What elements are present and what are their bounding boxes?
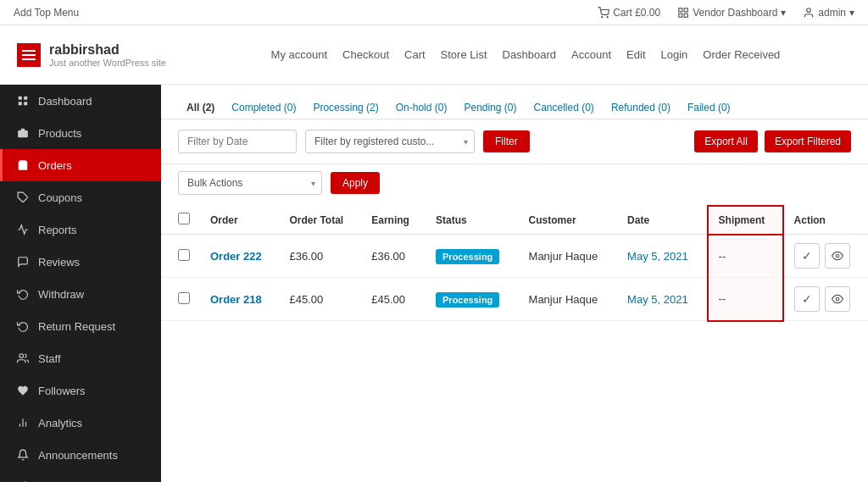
confirm-button[interactable]: ✓: [794, 243, 820, 269]
orders-table: Order Order Total Earning Status Custome…: [161, 205, 868, 322]
nav-edit[interactable]: Edit: [626, 48, 645, 61]
status-badge: Processing: [436, 249, 499, 264]
export-all-button[interactable]: Export All: [694, 130, 758, 152]
nav-cart[interactable]: Cart: [404, 48, 426, 61]
sidebar-item-orders[interactable]: Orders: [0, 149, 161, 181]
site-tagline: Just another WordPress site: [49, 58, 166, 68]
svg-point-21: [836, 297, 839, 301]
sidebar: Dashboard Products Orders Coupons Report…: [0, 85, 161, 482]
tab-all[interactable]: All (2): [178, 97, 223, 119]
tab-failed[interactable]: Failed (0): [679, 97, 739, 119]
filter-by-date-input[interactable]: [178, 130, 297, 153]
announcements-icon: [16, 448, 30, 462]
order-link[interactable]: Order 222: [210, 250, 262, 263]
filter-by-customer-wrap: Filter by registered custo... ▾: [305, 130, 475, 153]
view-button[interactable]: [825, 243, 850, 269]
sidebar-item-announcements[interactable]: Announcements: [0, 439, 161, 471]
col-customer: Customer: [519, 206, 618, 235]
logo-text: rabbirshad Just another WordPress site: [49, 42, 166, 68]
table-row: Order 218 £45.00 £45.00 Processing Manju…: [161, 278, 868, 321]
sidebar-item-withdraw[interactable]: Withdraw: [0, 278, 161, 310]
col-checkbox: [161, 206, 200, 235]
confirm-button[interactable]: ✓: [794, 286, 820, 312]
sidebar-item-staff[interactable]: Staff: [0, 342, 161, 374]
date-link[interactable]: May 5, 2021: [627, 250, 688, 263]
site-nav: My account Checkout Cart Store List Dash…: [200, 48, 851, 61]
sidebar-item-reports[interactable]: Reports: [0, 213, 161, 246]
order-tabs: All (2) Completed (0) Processing (2) On-…: [161, 85, 868, 119]
admin-link[interactable]: admin ▾: [803, 7, 854, 19]
row-action: ✓: [783, 278, 868, 321]
sidebar-item-products[interactable]: Products: [0, 117, 161, 149]
withdraw-icon: [16, 287, 30, 301]
site-name: rabbirshad: [49, 42, 166, 58]
bulk-actions-select[interactable]: Bulk Actions: [178, 171, 322, 195]
add-top-menu[interactable]: Add Top Menu: [14, 7, 79, 19]
sidebar-item-followers[interactable]: Followers: [0, 374, 161, 407]
menu-toggle-icon[interactable]: [17, 43, 41, 67]
vendor-dashboard-link[interactable]: Vendor Dashboard ▾: [677, 7, 786, 19]
main-content: All (2) Completed (0) Processing (2) On-…: [161, 85, 868, 482]
svg-point-6: [807, 8, 811, 12]
nav-my-account[interactable]: My account: [271, 48, 327, 61]
row-action: ✓: [783, 235, 868, 278]
svg-rect-2: [679, 8, 682, 11]
nav-store-list[interactable]: Store List: [441, 48, 487, 61]
row-status: Processing: [426, 278, 519, 321]
svg-point-0: [602, 16, 603, 17]
svg-point-1: [607, 16, 608, 17]
nav-order-received[interactable]: Order Received: [703, 48, 780, 61]
sidebar-label: Followers: [38, 385, 86, 397]
followers-icon: [16, 384, 30, 397]
action-buttons: ✓: [794, 243, 858, 269]
apply-button[interactable]: Apply: [331, 172, 380, 194]
tab-processing[interactable]: Processing (2): [304, 97, 387, 119]
col-earning: Earning: [361, 206, 426, 235]
staff-icon: [16, 352, 30, 365]
return-request-icon: [16, 319, 30, 333]
sidebar-item-tools[interactable]: Tools: [0, 471, 161, 482]
filters-left: Filter by registered custo... ▾ Filter: [178, 130, 530, 153]
svg-rect-4: [684, 14, 687, 17]
row-shipment: --: [708, 235, 783, 278]
col-shipment: Shipment: [708, 206, 783, 235]
action-buttons: ✓: [794, 286, 858, 312]
date-link[interactable]: May 5, 2021: [627, 293, 688, 306]
export-filtered-button[interactable]: Export Filtered: [765, 130, 851, 152]
svg-rect-10: [19, 102, 22, 105]
row-order-id: Order 218: [200, 278, 279, 321]
filter-button[interactable]: Filter: [483, 130, 530, 152]
analytics-icon: [16, 416, 30, 429]
cart-link[interactable]: Cart £0.00: [598, 7, 660, 19]
tab-pending[interactable]: Pending (0): [455, 97, 525, 119]
col-order: Order: [200, 206, 279, 235]
row-date: May 5, 2021: [617, 235, 707, 278]
sidebar-item-coupons[interactable]: Coupons: [0, 181, 161, 213]
row-checkbox-cell: [161, 278, 200, 321]
row-checkbox-cell: [161, 235, 200, 278]
sidebar-item-analytics[interactable]: Analytics: [0, 407, 161, 439]
row-checkbox[interactable]: [178, 249, 190, 261]
tab-refunded[interactable]: Refunded (0): [603, 97, 679, 119]
row-checkbox[interactable]: [178, 292, 190, 304]
nav-dashboard[interactable]: Dashboard: [503, 48, 557, 61]
nav-account[interactable]: Account: [571, 48, 611, 61]
sidebar-label: Reports: [38, 224, 77, 236]
tab-cancelled[interactable]: Cancelled (0): [526, 97, 603, 119]
sidebar-label: Withdraw: [38, 288, 84, 301]
filter-by-customer-select[interactable]: Filter by registered custo...: [305, 130, 475, 153]
tab-completed[interactable]: Completed (0): [223, 97, 304, 119]
tab-on-hold[interactable]: On-hold (0): [387, 97, 456, 119]
nav-checkout[interactable]: Checkout: [342, 48, 389, 61]
site-logo: rabbirshad Just another WordPress site: [17, 42, 166, 68]
sidebar-item-dashboard[interactable]: Dashboard: [0, 85, 161, 117]
sidebar-label: Orders: [38, 159, 72, 172]
view-button[interactable]: [825, 286, 850, 312]
sidebar-item-reviews[interactable]: Reviews: [0, 246, 161, 278]
sidebar-item-return-request[interactable]: Return Request: [0, 310, 161, 342]
products-icon: [16, 126, 30, 140]
order-link[interactable]: Order 218: [210, 293, 262, 306]
select-all-checkbox[interactable]: [178, 213, 190, 224]
sidebar-label: Announcements: [38, 449, 118, 462]
nav-login[interactable]: Login: [661, 48, 688, 61]
